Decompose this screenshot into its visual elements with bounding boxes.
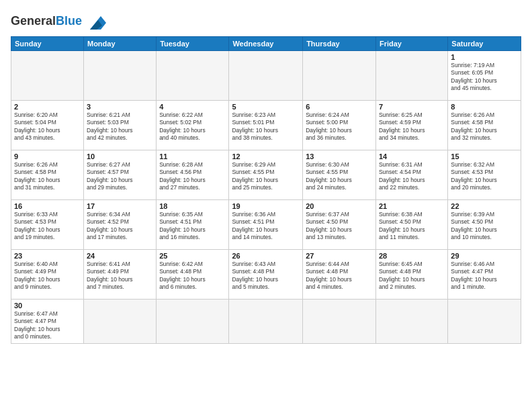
day-number: 28	[379, 252, 445, 260]
day-number: 17	[87, 202, 153, 210]
day-cell: 5Sunrise: 6:23 AM Sunset: 5:01 PM Daylig…	[229, 101, 303, 150]
day-number: 9	[14, 152, 81, 161]
day-info: Sunrise: 6:21 AM Sunset: 5:03 PM Dayligh…	[87, 111, 153, 142]
day-number: 21	[379, 202, 445, 210]
day-cell	[448, 300, 521, 344]
day-cell	[229, 51, 303, 101]
day-number: 4	[159, 103, 226, 111]
day-cell: 3Sunrise: 6:21 AM Sunset: 5:03 PM Daylig…	[83, 101, 156, 150]
day-cell: 14Sunrise: 6:31 AM Sunset: 4:54 PM Dayli…	[375, 150, 447, 200]
day-header-saturday: Saturday	[448, 37, 521, 51]
day-cell	[83, 51, 156, 101]
day-info: Sunrise: 6:37 AM Sunset: 4:50 PM Dayligh…	[306, 211, 373, 242]
week-row-0: 1Sunrise: 7:19 AM Sunset: 6:05 PM Daylig…	[11, 51, 521, 101]
day-number: 16	[14, 202, 81, 210]
day-info: Sunrise: 6:35 AM Sunset: 4:51 PM Dayligh…	[159, 211, 226, 242]
day-number: 14	[379, 152, 445, 161]
logo-text: GeneralBlue	[11, 15, 82, 28]
day-cell: 25Sunrise: 6:42 AM Sunset: 4:48 PM Dayli…	[157, 250, 229, 300]
day-cell: 15Sunrise: 6:32 AM Sunset: 4:53 PM Dayli…	[448, 150, 521, 200]
day-number: 8	[451, 103, 518, 111]
day-cell: 26Sunrise: 6:43 AM Sunset: 4:48 PM Dayli…	[229, 250, 303, 300]
day-info: Sunrise: 6:26 AM Sunset: 4:58 PM Dayligh…	[451, 111, 518, 142]
day-cell: 1Sunrise: 7:19 AM Sunset: 6:05 PM Daylig…	[448, 51, 521, 101]
day-info: Sunrise: 6:47 AM Sunset: 4:47 PM Dayligh…	[14, 310, 81, 341]
day-header-monday: Monday	[83, 37, 156, 51]
logo: GeneralBlue	[11, 11, 106, 32]
day-cell	[11, 51, 84, 101]
day-number: 24	[87, 252, 153, 260]
day-cell	[229, 300, 303, 344]
week-row-3: 16Sunrise: 6:33 AM Sunset: 4:53 PM Dayli…	[11, 200, 521, 250]
day-cell: 20Sunrise: 6:37 AM Sunset: 4:50 PM Dayli…	[303, 200, 376, 250]
day-cell: 7Sunrise: 6:25 AM Sunset: 4:59 PM Daylig…	[375, 101, 447, 150]
day-info: Sunrise: 6:38 AM Sunset: 4:50 PM Dayligh…	[379, 211, 445, 242]
day-cell	[157, 300, 229, 344]
week-row-2: 9Sunrise: 6:26 AM Sunset: 4:58 PM Daylig…	[11, 150, 521, 200]
day-number: 19	[232, 202, 300, 210]
day-info: Sunrise: 6:30 AM Sunset: 4:55 PM Dayligh…	[306, 161, 373, 192]
day-number: 10	[87, 152, 153, 161]
day-number: 6	[306, 103, 373, 111]
day-info: Sunrise: 6:23 AM Sunset: 5:01 PM Dayligh…	[232, 111, 300, 142]
day-cell: 4Sunrise: 6:22 AM Sunset: 5:02 PM Daylig…	[157, 101, 229, 150]
day-info: Sunrise: 6:43 AM Sunset: 4:48 PM Dayligh…	[232, 261, 300, 291]
day-number: 2	[14, 103, 81, 111]
day-info: Sunrise: 6:42 AM Sunset: 4:48 PM Dayligh…	[159, 261, 226, 291]
day-info: Sunrise: 6:26 AM Sunset: 4:58 PM Dayligh…	[14, 161, 81, 192]
day-number: 29	[451, 252, 518, 260]
day-header-thursday: Thursday	[303, 37, 376, 51]
day-cell: 24Sunrise: 6:41 AM Sunset: 4:49 PM Dayli…	[83, 250, 156, 300]
day-number: 1	[451, 53, 518, 61]
week-row-4: 23Sunrise: 6:40 AM Sunset: 4:49 PM Dayli…	[11, 250, 521, 300]
day-number: 13	[306, 152, 373, 161]
day-info: Sunrise: 6:24 AM Sunset: 5:00 PM Dayligh…	[306, 111, 373, 142]
day-cell	[375, 51, 447, 101]
day-info: Sunrise: 6:20 AM Sunset: 5:04 PM Dayligh…	[14, 111, 81, 142]
day-number: 25	[159, 252, 226, 260]
day-info: Sunrise: 6:39 AM Sunset: 4:50 PM Dayligh…	[451, 211, 518, 242]
day-cell: 12Sunrise: 6:29 AM Sunset: 4:55 PM Dayli…	[229, 150, 303, 200]
day-number: 15	[451, 152, 518, 161]
day-cell: 23Sunrise: 6:40 AM Sunset: 4:49 PM Dayli…	[11, 250, 84, 300]
day-cell: 16Sunrise: 6:33 AM Sunset: 4:53 PM Dayli…	[11, 200, 84, 250]
week-row-5: 30Sunrise: 6:47 AM Sunset: 4:47 PM Dayli…	[11, 300, 521, 344]
day-cell: 2Sunrise: 6:20 AM Sunset: 5:04 PM Daylig…	[11, 101, 84, 150]
day-info: Sunrise: 6:25 AM Sunset: 4:59 PM Dayligh…	[379, 111, 445, 142]
day-number: 22	[451, 202, 518, 210]
header: GeneralBlue	[11, 7, 521, 32]
day-cell: 27Sunrise: 6:44 AM Sunset: 4:48 PM Dayli…	[303, 250, 376, 300]
day-info: Sunrise: 6:29 AM Sunset: 4:55 PM Dayligh…	[232, 161, 300, 192]
day-info: Sunrise: 6:44 AM Sunset: 4:48 PM Dayligh…	[306, 261, 373, 291]
day-header-friday: Friday	[375, 37, 447, 51]
page: GeneralBlue SundayMondayTuesdayWednesday…	[0, 0, 532, 411]
day-cell	[303, 300, 376, 344]
week-row-1: 2Sunrise: 6:20 AM Sunset: 5:04 PM Daylig…	[11, 101, 521, 150]
day-cell: 19Sunrise: 6:36 AM Sunset: 4:51 PM Dayli…	[229, 200, 303, 250]
day-cell: 18Sunrise: 6:35 AM Sunset: 4:51 PM Dayli…	[157, 200, 229, 250]
day-number: 23	[14, 252, 81, 260]
day-cell	[303, 51, 376, 101]
day-number: 20	[306, 202, 373, 210]
day-header-tuesday: Tuesday	[157, 37, 229, 51]
day-cell	[83, 300, 156, 344]
day-cell: 30Sunrise: 6:47 AM Sunset: 4:47 PM Dayli…	[11, 300, 84, 344]
day-number: 18	[159, 202, 226, 210]
day-header-row: SundayMondayTuesdayWednesdayThursdayFrid…	[11, 37, 521, 51]
day-header-wednesday: Wednesday	[229, 37, 303, 51]
day-info: Sunrise: 6:46 AM Sunset: 4:47 PM Dayligh…	[451, 261, 518, 291]
day-cell: 6Sunrise: 6:24 AM Sunset: 5:00 PM Daylig…	[303, 101, 376, 150]
day-info: Sunrise: 6:34 AM Sunset: 4:52 PM Dayligh…	[87, 211, 153, 242]
calendar: SundayMondayTuesdayWednesdayThursdayFrid…	[11, 36, 521, 344]
day-cell: 28Sunrise: 6:45 AM Sunset: 4:48 PM Dayli…	[375, 250, 447, 300]
day-cell: 21Sunrise: 6:38 AM Sunset: 4:50 PM Dayli…	[375, 200, 447, 250]
day-number: 11	[159, 152, 226, 161]
day-cell: 17Sunrise: 6:34 AM Sunset: 4:52 PM Dayli…	[83, 200, 156, 250]
day-cell: 9Sunrise: 6:26 AM Sunset: 4:58 PM Daylig…	[11, 150, 84, 200]
day-number: 3	[87, 103, 153, 111]
day-info: Sunrise: 6:45 AM Sunset: 4:48 PM Dayligh…	[379, 261, 445, 291]
day-info: Sunrise: 6:22 AM Sunset: 5:02 PM Dayligh…	[159, 111, 226, 142]
day-info: Sunrise: 6:27 AM Sunset: 4:57 PM Dayligh…	[87, 161, 153, 192]
day-cell: 11Sunrise: 6:28 AM Sunset: 4:56 PM Dayli…	[157, 150, 229, 200]
day-info: Sunrise: 6:41 AM Sunset: 4:49 PM Dayligh…	[87, 261, 153, 291]
